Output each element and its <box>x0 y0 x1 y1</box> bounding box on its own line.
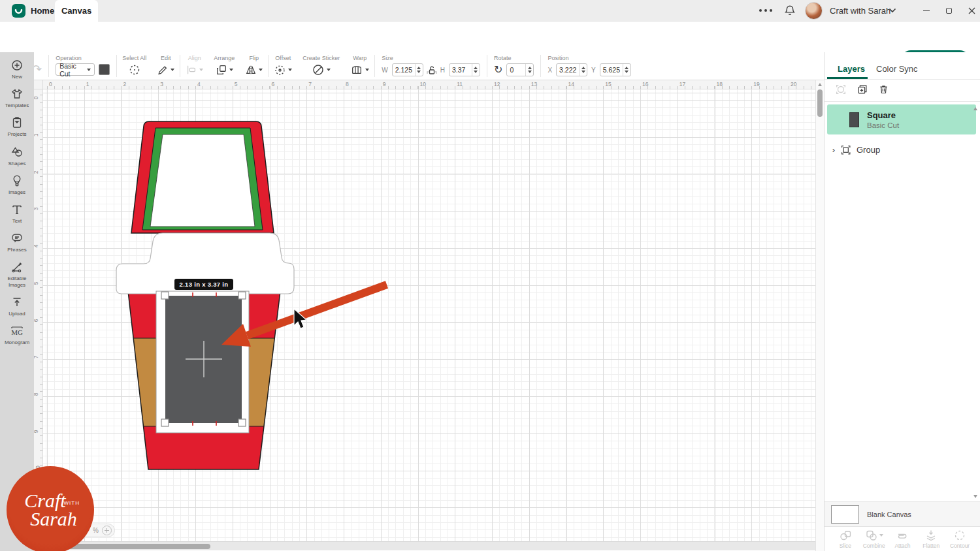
new-icon <box>10 59 24 72</box>
warp-caret-icon <box>365 69 369 71</box>
duplicate-icon[interactable] <box>857 84 868 95</box>
window-maximize-button[interactable] <box>943 5 954 16</box>
lock-open-icon[interactable] <box>427 65 437 79</box>
vertical-scroll-thumb[interactable] <box>817 89 823 117</box>
width-stepper[interactable] <box>415 64 423 76</box>
width-value: 2.125 <box>393 66 415 74</box>
offset-label: Offset <box>275 55 291 62</box>
tab-color-sync[interactable]: Color Sync <box>876 64 918 74</box>
sidebar-item-templates[interactable]: Templates <box>0 87 34 108</box>
warp-button[interactable]: Warp <box>345 52 374 80</box>
notifications-bell-icon[interactable] <box>783 4 796 17</box>
layer-row-group[interactable]: › Group <box>827 138 976 161</box>
canvas-horizontal-scrollbar[interactable] <box>34 541 815 550</box>
contour-icon <box>953 529 966 542</box>
account-chevron-down-icon[interactable] <box>889 8 896 13</box>
height-stepper[interactable] <box>472 64 480 76</box>
edit-pencil-icon <box>157 64 169 76</box>
group-icon <box>840 144 851 155</box>
edit-button[interactable]: Edit <box>152 52 180 80</box>
sidebar-item-upload[interactable]: Upload <box>0 296 34 317</box>
operation-dropdown[interactable]: Basic Cut <box>56 63 95 76</box>
sidebar-item-shapes[interactable]: Shapes <box>0 146 34 166</box>
position-y-stepper[interactable] <box>623 64 630 76</box>
layer-row-square[interactable]: Square Basic Cut <box>827 104 976 134</box>
position-x-stepper[interactable] <box>579 64 587 76</box>
position-x-input[interactable]: 3.222 <box>556 63 587 76</box>
align-caret-icon <box>199 69 203 71</box>
position-y-input[interactable]: 5.625 <box>600 63 631 76</box>
expand-chevron-icon[interactable]: › <box>827 145 840 155</box>
more-menu-icon[interactable] <box>759 9 772 12</box>
sidebar-item-images[interactable]: Images <box>0 174 34 195</box>
arrange-icon <box>216 64 227 76</box>
edit-label: Edit <box>161 55 171 62</box>
flip-label: Flip <box>249 55 259 62</box>
sidebar-item-projects[interactable]: Projects <box>0 116 34 137</box>
blank-canvas-row[interactable]: Blank Canvas <box>825 501 980 526</box>
combine-button: Combine <box>860 529 889 551</box>
tab-layers[interactable]: Layers <box>838 64 865 74</box>
sidebar-item-phrases[interactable]: Phrases <box>0 232 34 253</box>
logo-line3: Sarah <box>30 509 77 529</box>
rotate-stepper[interactable] <box>525 64 533 76</box>
color-swatch[interactable] <box>99 64 110 75</box>
logo-line1: Craft <box>24 492 65 509</box>
group-label: Group <box>857 145 880 155</box>
rotate-icon[interactable]: ↻ <box>494 65 502 75</box>
sidebar-item-new[interactable]: New <box>0 59 34 80</box>
panel-scroll-down-icon[interactable] <box>973 495 977 498</box>
text-icon <box>10 203 24 216</box>
templates-icon <box>10 87 24 101</box>
window-minimize-button[interactable] <box>921 5 932 16</box>
window-close-button[interactable] <box>966 5 977 16</box>
layer-name: Square <box>867 110 899 120</box>
layer-actions-bar: Slice Combine Attach Flatten Contour <box>825 526 980 551</box>
size-tooltip: 2.13 in x 3.37 in <box>174 279 233 290</box>
arrange-label: Arrange <box>214 55 235 62</box>
sidebar-item-text[interactable]: Text <box>0 203 34 224</box>
top-tab-bar: Home Canvas Craft with Sarah <box>0 0 980 22</box>
sidebar-item-editable-images[interactable]: Editable Images <box>0 260 34 287</box>
position-x-label: X <box>547 67 552 74</box>
flip-icon <box>245 64 257 76</box>
canvas-vertical-scrollbar[interactable] <box>815 80 824 551</box>
scroll-up-icon[interactable] <box>818 83 822 86</box>
rotate-input[interactable]: 0 <box>506 63 534 76</box>
offset-button[interactable]: Offset <box>269 52 297 80</box>
select-all-icon <box>128 63 141 76</box>
edit-caret-icon <box>171 69 174 71</box>
craft-with-sarah-logo: Craft WITH Sarah <box>7 466 94 551</box>
flatten-icon <box>924 529 938 542</box>
height-input[interactable]: 3.37 <box>449 63 480 76</box>
phrases-icon <box>10 232 24 245</box>
design-top-white-panel[interactable] <box>150 134 255 227</box>
upload-icon <box>10 296 24 309</box>
zoom-in-icon[interactable] <box>102 526 112 535</box>
panel-scroll-up-icon[interactable] <box>973 107 977 110</box>
delete-icon[interactable] <box>878 84 889 95</box>
width-input[interactable]: 2.125 <box>392 63 423 76</box>
arrange-button[interactable]: Arrange <box>208 52 240 80</box>
canvas-artwork[interactable] <box>43 89 815 541</box>
align-icon <box>186 64 197 76</box>
operation-value: Basic Cut <box>59 62 87 78</box>
blank-canvas-thumbnail <box>831 505 859 524</box>
blank-canvas-label: Blank Canvas <box>867 511 911 518</box>
layers-panel: Layers Color Sync Square Basic Cut › Gro… <box>824 52 980 551</box>
home-tab[interactable]: Home <box>12 0 54 22</box>
flip-button[interactable]: Flip <box>240 52 268 80</box>
position-label: Position <box>547 55 568 62</box>
width-label: W <box>382 67 387 74</box>
select-all-label: Select All <box>122 55 146 62</box>
select-all-button[interactable]: Select All <box>117 52 152 80</box>
warp-label: Warp <box>353 55 367 62</box>
account-name[interactable]: Craft with Sarah <box>830 6 890 16</box>
create-sticker-button[interactable]: Create Sticker <box>297 52 345 80</box>
project-header: Untitled Project* Save My Stuff Maker 3 … <box>0 22 980 52</box>
sidebar-item-monogram[interactable]: MG Monogram <box>0 324 34 345</box>
canvas-tab[interactable]: Canvas <box>55 0 98 22</box>
account-avatar[interactable] <box>805 2 823 20</box>
slice-button: Slice <box>831 529 860 551</box>
operation-label: Operation <box>56 55 82 62</box>
